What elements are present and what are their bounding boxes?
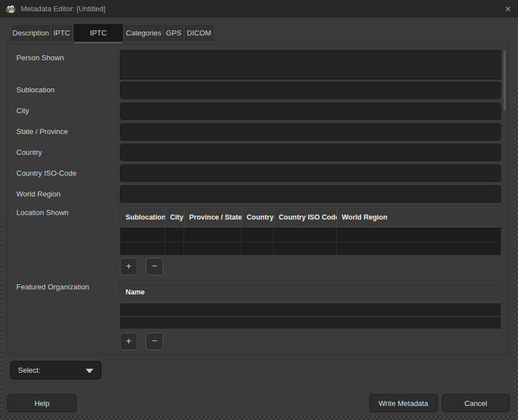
column-header-world-region: World Region — [337, 207, 500, 227]
column-header-province-state: Province / State — [185, 207, 242, 227]
sublocation-input[interactable] — [120, 82, 501, 99]
scrollbar-thumb[interactable] — [503, 50, 506, 110]
table-row[interactable] — [120, 316, 501, 328]
select-dropdown-value: Select: — [18, 366, 41, 374]
world-region-input[interactable] — [120, 185, 501, 203]
tab-dicom[interactable]: DICOM — [185, 25, 213, 41]
country-input[interactable] — [120, 144, 501, 161]
organization-add-button[interactable]: + — [120, 333, 137, 350]
column-header-city: City — [166, 207, 185, 227]
column-header-sublocation: Sublocation — [121, 207, 166, 227]
select-dropdown[interactable]: Select: — [10, 361, 101, 379]
city-input[interactable] — [120, 102, 501, 120]
help-button[interactable]: Help — [7, 394, 77, 412]
chevron-down-icon — [86, 369, 93, 373]
close-icon[interactable]: ✕ — [500, 0, 516, 17]
window-title: Metadata Editor: [Untitled] — [21, 5, 105, 13]
table-row[interactable] — [120, 227, 501, 242]
tab-categories[interactable]: Categories — [125, 25, 162, 41]
titlebar: Metadata Editor: [Untitled] ✕ — [0, 0, 518, 17]
world-region-label: World Region — [16, 190, 61, 198]
tab-iptc-extension[interactable]: IPTC Extension — [74, 24, 123, 44]
write-metadata-button[interactable]: Write Metadata — [369, 394, 437, 412]
person-shown-label: Person Shown — [16, 53, 64, 62]
featured-organization-table: Name — [120, 282, 501, 329]
tab-gps[interactable]: GPS — [164, 25, 183, 41]
featured-organization-label: Featured Organization — [16, 283, 89, 291]
tab-iptc[interactable]: IPTC — [52, 25, 72, 41]
iptc-extension-panel: Person Shown Sublocation City State / Pr… — [7, 44, 508, 355]
state-province-label: State / Province — [16, 127, 68, 136]
country-iso-code-input[interactable] — [120, 164, 501, 182]
window-edge-pattern-left — [0, 217, 1, 416]
tab-description[interactable]: Description — [12, 25, 50, 41]
location-add-button[interactable]: + — [120, 258, 137, 275]
country-iso-code-label: Country ISO-Code — [16, 169, 77, 177]
column-header-country-iso-code: Country ISO Code — [274, 207, 337, 227]
person-shown-textarea[interactable] — [120, 50, 501, 79]
city-label: City — [16, 106, 29, 115]
location-shown-label: Location Shown — [16, 208, 69, 217]
metadata-editor-window: Metadata Editor: [Untitled] ✕ Descriptio… — [0, 0, 518, 420]
location-shown-table: Sublocation City Province / State Countr… — [120, 206, 501, 255]
column-header-country: Country — [242, 207, 274, 227]
organization-remove-button[interactable]: − — [146, 333, 163, 350]
sublocation-label: Sublocation — [16, 86, 55, 94]
gimp-wilber-icon — [5, 5, 16, 14]
country-label: Country — [16, 148, 42, 157]
location-remove-button[interactable]: − — [146, 258, 163, 275]
state-province-input[interactable] — [120, 123, 501, 141]
cancel-button[interactable]: Cancel — [442, 394, 510, 412]
window-edge-pattern-right — [514, 90, 518, 420]
window-edge-pattern-bottom — [0, 416, 518, 420]
table-row[interactable] — [120, 242, 501, 254]
location-shown-table-header: Sublocation City Province / State Countr… — [120, 207, 501, 227]
column-header-name: Name — [121, 283, 500, 302]
table-row[interactable] — [120, 302, 501, 316]
featured-organization-table-header: Name — [120, 282, 501, 302]
